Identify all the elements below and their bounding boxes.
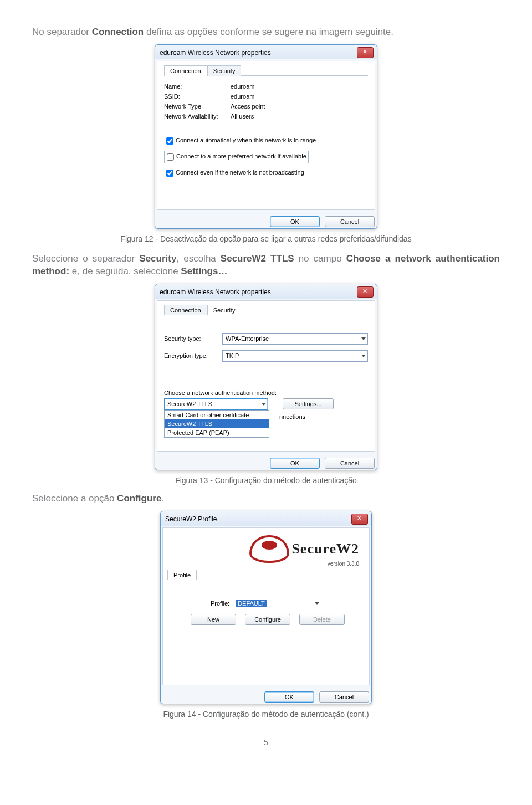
p2c: , escolha [176,253,220,264]
settings-button[interactable]: Settings... [283,398,334,409]
chk1-label: Connect automatically when this network … [176,137,316,143]
auth-method-dropdown[interactable]: Smart Card or other certificate SecureW2… [164,410,269,438]
p3b: Configure [117,493,161,504]
security-type-label: Security type: [164,335,222,342]
delete-button[interactable]: Delete [299,614,345,625]
profile-label: Profile: [211,600,229,607]
p2d: SecureW2 TTLS [221,253,294,264]
avail-label: Network Availability: [164,113,231,120]
dialog-wireless-properties-connection: eduroam Wireless Network properties Conn… [155,44,377,229]
figure-12: eduroam Wireless Network properties Conn… [32,44,500,229]
option-securew2-ttls[interactable]: SecureW2 TTLS [165,419,269,428]
encryption-type-select[interactable]: TKIP [222,350,368,362]
new-button[interactable]: New [191,614,236,625]
p2b: Security [139,253,176,264]
chevron-down-icon [315,602,319,605]
ssid-value: eduroam [231,93,254,100]
encryption-type-value: TKIP [226,352,239,359]
figure-13-caption: Figura 13 - Configuração do método de au… [32,476,500,485]
ok-button[interactable]: OK [270,458,320,469]
checkbox-preferred-input[interactable] [167,153,174,161]
tab-security[interactable]: Security [207,305,242,315]
tabs: Profile [167,569,365,580]
intro1-post: defina as opções conforme se sugere na i… [144,27,393,37]
checkbox-preferred-network[interactable]: Connect to a more preferred network if a… [164,151,309,163]
window-title: eduroam Wireless Network properties [160,288,271,296]
figure-14-caption: Figura 14 - Configuração do método de au… [32,710,500,719]
avail-value: All users [231,113,254,120]
auth-method-select[interactable]: SecureW2 TTLS [164,398,268,410]
figure-14: SecureW2 Profile SecureW2 version 3.3.0 … [32,511,500,704]
window-title: SecureW2 Profile [165,515,217,523]
close-icon[interactable] [351,514,368,525]
figure-13: eduroam Wireless Network properties Conn… [32,284,500,470]
logo-text: SecureW2 [291,541,359,557]
security-type-value: WPA-Enterprise [226,335,269,342]
cancel-button[interactable]: Cancel [319,691,369,703]
option-protected-eap[interactable]: Protected EAP (PEAP) [165,428,269,437]
p2e: no campo [294,253,346,264]
cancel-button[interactable]: Cancel [325,458,375,469]
dialog-securew2-profile: SecureW2 Profile SecureW2 version 3.3.0 … [160,511,372,704]
intro1-bold: Connection [92,27,144,37]
option-smart-card[interactable]: Smart Card or other certificate [165,411,269,419]
configure-button[interactable]: Configure [245,614,290,625]
intro-paragraph-2: Seleccione o separador Security, escolha… [32,253,500,278]
p3c: . [161,493,164,504]
tabs: Connection Security [164,65,368,76]
ok-button[interactable]: OK [270,216,320,227]
chevron-down-icon [262,403,266,406]
tab-security[interactable]: Security [207,65,242,76]
p2a: Seleccione o separador [32,253,139,264]
chk2-label: Connect to a more preferred network if a… [176,153,306,160]
chk3-label: Connect even if the network is not broad… [176,169,304,176]
tab-profile[interactable]: Profile [167,570,197,580]
intro-paragraph-3: Seleccione a opção Configure. [32,493,500,505]
encryption-type-label: Encryption type: [164,352,222,359]
profile-value: DEFAULT [236,600,267,607]
checkbox-auto-connect-input[interactable] [166,137,173,145]
securew2-logo: SecureW2 version 3.3.0 [167,531,365,566]
partial-text: nnections [279,413,334,420]
security-type-select[interactable]: WPA-Enterprise [222,333,368,345]
ok-button[interactable]: OK [264,691,314,703]
checkbox-not-broadcasting-input[interactable] [166,170,173,177]
close-icon[interactable] [357,286,374,298]
tab-connection[interactable]: Connection [164,305,207,315]
p3a: Seleccione a opção [32,493,117,504]
intro-paragraph-1: No separador Connection defina as opções… [32,26,500,39]
close-icon[interactable] [357,47,374,58]
intro1-pre: No separador [32,27,92,37]
name-value: eduroam [231,83,254,90]
figure-12-caption: Figura 12 - Desactivação da opção para s… [32,234,500,243]
auth-method-value: SecureW2 TTLS [167,401,212,407]
version-label: version 3.3.0 [328,561,359,567]
nettype-value: Access point [231,103,265,110]
dialog-wireless-properties-security: eduroam Wireless Network properties Conn… [155,284,377,470]
page-number: 5 [32,737,500,747]
logo-oval-icon [249,535,289,563]
p2g: e, de seguida, seleccione [69,266,181,276]
choose-method-label: Choose a network authentication method: [164,389,368,396]
profile-select[interactable]: DEFAULT [233,598,321,609]
nettype-label: Network Type: [164,103,231,110]
tab-connection[interactable]: Connection [164,65,207,76]
p2h: Settings… [181,266,227,276]
name-label: Name: [164,83,231,90]
checkbox-not-broadcasting[interactable]: Connect even if the network is not broad… [164,168,368,178]
chevron-down-icon [361,355,366,357]
chevron-down-icon [361,337,366,340]
cancel-button[interactable]: Cancel [325,216,375,227]
checkbox-auto-connect[interactable]: Connect automatically when this network … [164,136,368,146]
window-title: eduroam Wireless Network properties [160,49,271,57]
tabs: Connection Security [164,304,368,315]
ssid-label: SSID: [164,93,231,100]
